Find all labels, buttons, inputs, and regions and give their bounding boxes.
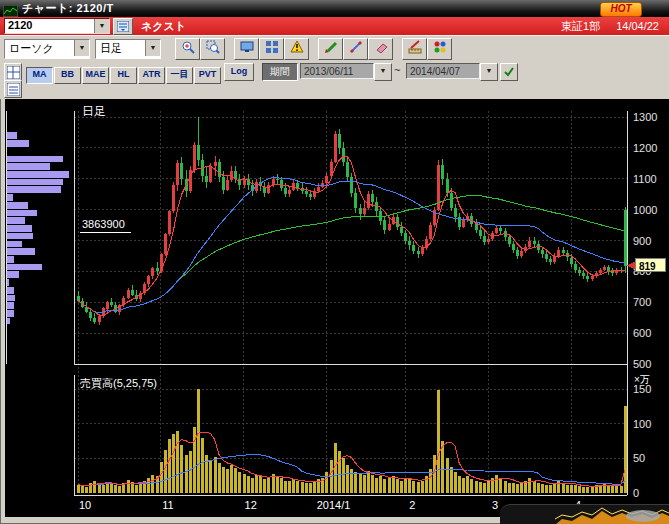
svg-text:150: 150 — [633, 383, 651, 395]
indicator-button-BB[interactable]: BB — [54, 67, 81, 84]
hot-button[interactable]: HOT — [600, 2, 642, 17]
chevron-down-icon[interactable]: ▼ — [94, 19, 109, 33]
check-icon — [503, 66, 515, 78]
svg-text:819: 819 — [639, 261, 656, 272]
screen-icon — [240, 40, 254, 58]
palette-icon — [433, 40, 447, 58]
window-title: チャート: 2120/T — [22, 1, 114, 16]
indicator-button-ATR[interactable]: ATR — [138, 67, 165, 84]
svg-text:1200: 1200 — [633, 142, 657, 154]
svg-text:700: 700 — [633, 296, 651, 308]
date-from-dropdown[interactable]: ▼ — [374, 63, 392, 81]
quote-date: 14/04/22 — [616, 20, 659, 32]
chevron-down-icon[interactable]: ▼ — [74, 40, 89, 56]
svg-text:12: 12 — [245, 499, 257, 511]
timeframe-value: 日足 — [96, 40, 145, 58]
indicator-button-一目[interactable]: 一目 — [166, 67, 193, 84]
screen-view-button[interactable] — [234, 38, 259, 60]
layout-bottom-button[interactable] — [4, 80, 22, 98]
apply-period-button[interactable] — [500, 63, 518, 81]
date-to-field[interactable]: 2014/04/07 — [406, 63, 480, 79]
chart-icon — [3, 3, 18, 15]
zoom-range-button[interactable] — [200, 38, 225, 60]
svg-text:10: 10 — [79, 499, 91, 511]
svg-text:50: 50 — [633, 452, 645, 464]
multi-panel-icon — [7, 66, 20, 79]
date-to-dropdown[interactable]: ▼ — [480, 63, 498, 81]
log-scale-button[interactable]: Log — [224, 63, 254, 81]
svg-text:900: 900 — [633, 235, 651, 247]
ruler-pencil-button[interactable] — [402, 38, 427, 60]
market-label: 東証1部 — [561, 19, 600, 34]
draw-pencil-button[interactable] — [318, 38, 343, 60]
svg-text:600: 600 — [633, 327, 651, 339]
date-from-field[interactable]: 2013/06/11 — [300, 63, 374, 79]
grid-icon — [265, 40, 279, 58]
zoom-range-icon — [206, 40, 220, 58]
pencil-icon — [324, 40, 338, 58]
price-chart[interactable]: 5006007008009001000110012001300050100150… — [5, 99, 669, 517]
svg-text:0: 0 — [633, 487, 639, 499]
chart-window: { "window": { "title": "チャート: 2120/T", "… — [0, 0, 669, 524]
indicator-button-PVT[interactable]: PVT — [194, 67, 221, 84]
indicator-button-MAE[interactable]: MAE — [82, 67, 109, 84]
chevron-down-icon[interactable]: ▼ — [145, 40, 160, 56]
ruler-pencil-icon — [408, 40, 422, 58]
main-toolbar: ローソク ▼ 日足 ▼ — [0, 35, 669, 62]
layout-top-button[interactable] — [4, 63, 22, 81]
svg-text:1300: 1300 — [633, 111, 657, 123]
title-bar: チャート: 2120/T HOT — [0, 0, 669, 17]
eraser-icon — [374, 40, 388, 58]
period-label: 期間 — [262, 63, 298, 81]
trend-line-icon — [349, 40, 363, 58]
alert-button[interactable] — [284, 38, 309, 60]
symbol-lookup-button[interactable] — [113, 18, 133, 35]
timeframe-combo[interactable]: 日足 ▼ — [95, 39, 161, 59]
chart-type-combo[interactable]: ローソク ▼ — [4, 39, 90, 59]
svg-text:100: 100 — [633, 418, 651, 430]
navigator-sparkline — [500, 505, 669, 524]
svg-text:3: 3 — [492, 499, 498, 511]
svg-text:1100: 1100 — [633, 173, 657, 185]
indicator-button-group: MABBMAEHLATR一目PVT — [26, 63, 222, 84]
chart-type-value: ローソク — [5, 40, 74, 58]
indicator-toolbar: MABBMAEHLATR一目PVT Log 期間 2013/06/11 ▼ ~ … — [0, 61, 669, 99]
quote-bar: 2120 ▼ ネクスト 東証1部 14/04/22 — [0, 17, 669, 35]
stock-name: ネクスト — [141, 19, 186, 34]
svg-text:1000: 1000 — [633, 204, 657, 216]
indicator-button-MA[interactable]: MA — [26, 67, 53, 84]
date-range-tilde: ~ — [394, 64, 400, 76]
svg-text:500: 500 — [633, 358, 651, 370]
svg-text:2: 2 — [409, 499, 415, 511]
trend-line-button[interactable] — [343, 38, 368, 60]
indicator-button-HL[interactable]: HL — [110, 67, 137, 84]
eraser-button[interactable] — [368, 38, 393, 60]
zoom-in-icon — [181, 40, 195, 58]
symbol-value: 2120 — [5, 19, 94, 33]
mini-chart-navigator[interactable] — [500, 504, 669, 524]
single-panel-icon — [7, 83, 20, 96]
svg-text:2014/1: 2014/1 — [317, 499, 351, 511]
warning-icon — [290, 40, 304, 58]
symbol-combo[interactable]: 2120 ▼ — [4, 18, 110, 34]
palette-button[interactable] — [427, 38, 452, 60]
svg-text:11: 11 — [162, 499, 173, 511]
zoom-in-button[interactable] — [175, 38, 200, 60]
grid-split-button[interactable] — [259, 38, 284, 60]
